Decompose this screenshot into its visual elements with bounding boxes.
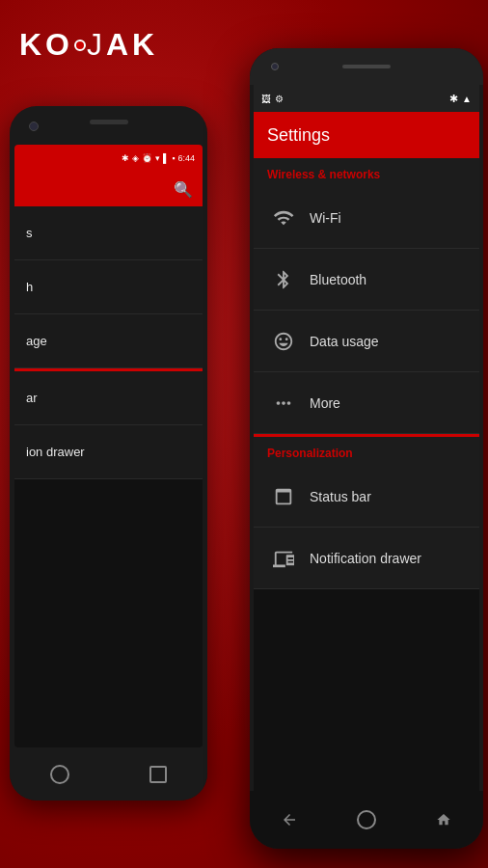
section-personalization-header: Personalization bbox=[254, 437, 479, 466]
status-bar-icon bbox=[267, 486, 300, 507]
left-toolbar: 🔍 bbox=[14, 172, 203, 206]
status-signal-icon: ▲ bbox=[462, 94, 472, 104]
left-phone-camera bbox=[29, 122, 39, 131]
settings-title: Settings bbox=[267, 125, 330, 146]
right-phone-screen: 🖼 ⚙ ✱ ▲ Settings Wireless & networks bbox=[254, 85, 479, 791]
left-nfc-icon: ◈ bbox=[132, 153, 139, 163]
settings-content: Wireless & networks Wi-Fi Bluetooth bbox=[254, 158, 479, 589]
app-logo: KOJAK bbox=[19, 27, 158, 63]
left-item-label-1: s bbox=[26, 226, 33, 240]
status-bluetooth-icon: ✱ bbox=[449, 93, 458, 105]
nav-back-button[interactable] bbox=[279, 809, 300, 830]
data-usage-label: Data usage bbox=[310, 334, 379, 349]
more-icon bbox=[267, 393, 300, 414]
left-list-item-4: ar bbox=[14, 371, 203, 425]
left-wifi-icon: ▾ bbox=[155, 153, 160, 163]
left-nav-bar bbox=[10, 747, 207, 800]
status-bar-label: Status bar bbox=[310, 489, 371, 504]
left-battery-icon: ▪ bbox=[172, 153, 175, 163]
settings-item-status-bar[interactable]: Status bar bbox=[254, 466, 479, 528]
more-label: More bbox=[310, 395, 340, 411]
left-time: 6:44 bbox=[177, 153, 195, 163]
left-phone-screen: ✱ ◈ ⏰ ▾ ▌ ▪ 6:44 🔍 s h age ar bbox=[14, 145, 203, 747]
nav-home-button[interactable] bbox=[357, 810, 376, 829]
settings-item-data-usage[interactable]: Data usage bbox=[254, 311, 479, 372]
phone-right: 🖼 ⚙ ✱ ▲ Settings Wireless & networks bbox=[250, 48, 483, 849]
section-wireless-header: Wireless & networks bbox=[254, 158, 479, 187]
left-status-bar: ✱ ◈ ⏰ ▾ ▌ ▪ 6:44 bbox=[14, 145, 203, 172]
notification-drawer-icon bbox=[267, 548, 300, 569]
settings-item-notification-drawer[interactable]: Notification drawer bbox=[254, 528, 479, 589]
left-nav-circle[interactable] bbox=[50, 765, 69, 784]
right-phone-top bbox=[250, 48, 483, 85]
settings-item-bluetooth[interactable]: Bluetooth bbox=[254, 249, 479, 311]
nav-recents-button[interactable] bbox=[433, 809, 454, 830]
phone-left: ✱ ◈ ⏰ ▾ ▌ ▪ 6:44 🔍 s h age ar bbox=[10, 106, 207, 800]
left-alarm-icon: ⏰ bbox=[142, 153, 152, 163]
status-right-icons: ✱ ▲ bbox=[449, 93, 472, 105]
left-search-icon[interactable]: 🔍 bbox=[174, 180, 193, 199]
left-item-label-4: ar bbox=[26, 391, 38, 405]
left-phone-speaker bbox=[90, 120, 128, 124]
left-list-item-2: h bbox=[14, 260, 203, 314]
left-item-label-2: h bbox=[26, 280, 33, 294]
logo-ak: AK bbox=[106, 27, 158, 62]
right-status-bar: 🖼 ⚙ ✱ ▲ bbox=[254, 85, 479, 112]
data-usage-icon bbox=[267, 331, 300, 352]
logo-ko: KO bbox=[19, 27, 73, 62]
left-list: s h age ar ion drawer bbox=[14, 206, 203, 479]
wifi-icon bbox=[267, 207, 300, 229]
right-phone-speaker bbox=[342, 65, 391, 68]
right-phone-camera bbox=[271, 63, 279, 70]
left-list-item-5: ion drawer bbox=[14, 425, 203, 479]
status-left-icons: 🖼 ⚙ bbox=[261, 94, 284, 104]
left-list-item-1: s bbox=[14, 206, 203, 260]
left-bluetooth-icon: ✱ bbox=[122, 153, 129, 163]
settings-item-wifi[interactable]: Wi-Fi bbox=[254, 187, 479, 249]
bluetooth-label: Bluetooth bbox=[310, 272, 366, 287]
left-signal-icon: ▌ bbox=[163, 153, 169, 163]
wifi-label: Wi-Fi bbox=[310, 210, 341, 226]
left-item-label-5: ion drawer bbox=[26, 445, 85, 459]
settings-app-bar: Settings bbox=[254, 112, 479, 158]
settings-item-more[interactable]: More bbox=[254, 372, 479, 434]
right-nav-bar bbox=[250, 791, 483, 849]
left-nav-square[interactable] bbox=[149, 766, 167, 783]
notification-drawer-label: Notification drawer bbox=[310, 551, 421, 566]
status-android-icon: ⚙ bbox=[275, 94, 284, 104]
left-item-label-3: age bbox=[26, 334, 47, 348]
bluetooth-icon bbox=[267, 269, 300, 290]
logo-j: J bbox=[87, 27, 106, 62]
logo-dot bbox=[74, 40, 86, 51]
status-image-icon: 🖼 bbox=[261, 94, 271, 104]
left-list-item-3: age bbox=[14, 314, 203, 368]
